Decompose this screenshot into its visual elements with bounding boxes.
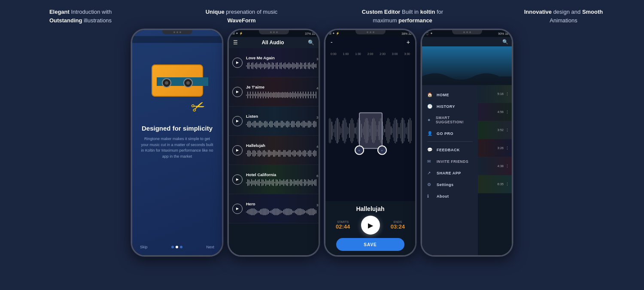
track-2-waveform [246, 91, 316, 99]
dot-page-2 [176, 246, 178, 248]
menu-label-settings: Settings [437, 183, 454, 187]
end-time-box: ENDS 03:24 [391, 220, 405, 230]
settings-icon: ⚙ [427, 182, 433, 187]
start-time-value: 02:44 [336, 223, 350, 230]
track-item-5[interactable]: ▶ Hotel California 6:35 ⋮ [229, 165, 319, 194]
track-item-4[interactable]: ▶ Hallelujah 4:17 ⋮ [229, 136, 319, 165]
track-4-duration: 4:17 [316, 145, 319, 149]
phone-1: ✂ Designed for simplicity Ringtone maker… [131, 29, 223, 256]
drawer-track-5-duration: 4:38 [497, 164, 504, 168]
track-3-name: Listen [246, 114, 316, 119]
drawer-wave-svg [422, 68, 512, 85]
menu-item-smart-suggestion[interactable]: ✦ SMART SUGGESTION! [422, 113, 478, 127]
track-1-play-button[interactable]: ▶ [232, 58, 243, 68]
menu-item-feedback[interactable]: 💬 FEEDBACK [422, 144, 478, 155]
dot-3 [276, 31, 278, 33]
drawer-track-6[interactable]: 6:35 ⋮ [478, 175, 512, 193]
drawer-track-4-more[interactable]: ⋮ [505, 146, 509, 150]
dot-3 [373, 31, 374, 33]
menu-label-share: SHARE APP [437, 171, 461, 175]
track-item-3[interactable]: ▶ Listen 3:40 ⋮ [229, 107, 319, 136]
track-2-play-button[interactable]: ▶ [232, 87, 243, 97]
track-6-duration: 3:10 [316, 203, 319, 207]
dot-1 [270, 31, 272, 33]
caption-3: Custom Editor Built in koltin formaximum… [322, 8, 483, 24]
menu-item-home[interactable]: 🏠 HOME [422, 89, 478, 100]
timeline-mark-2: 1:00 [343, 52, 349, 55]
timeline-mark-6: 3:00 [392, 52, 398, 55]
scissors-icon: ✂ [188, 95, 208, 118]
about-icon: ℹ [427, 194, 433, 198]
editor-timeline: 0:30 1:00 1:30 2:00 2:30 3:00 3:30 [325, 47, 415, 60]
skip-button[interactable]: Skip [140, 245, 148, 249]
search-icon[interactable]: 🔍 [308, 40, 314, 46]
caption-4-bold-1: Innovative [524, 9, 552, 15]
track-5-info: Hotel California [246, 172, 316, 186]
drawer-track-2[interactable]: 4:56 ⋮ [478, 103, 512, 121]
dot-3 [179, 31, 181, 33]
start-time-box: STARTS 02:44 [336, 220, 350, 230]
menu-item-settings[interactable]: ⚙ Settings [422, 179, 478, 190]
zoom-out-button[interactable]: - [331, 39, 333, 46]
track-item-6[interactable]: ▶ Hero 3:10 ⋮ [229, 194, 319, 223]
menu-item-go-pro[interactable]: 👤 GO PRO [422, 128, 478, 139]
drawer-track-1-more[interactable]: ⋮ [505, 92, 509, 96]
editor-song-title: Hallelujah [356, 205, 384, 212]
drawer-track-1[interactable]: 5:16 ⋮ [478, 85, 512, 103]
dot-2 [273, 31, 275, 33]
selection-handle-right[interactable]: › [377, 146, 387, 155]
track-3-waveform [246, 120, 316, 128]
menu-label-about: About [437, 194, 449, 198]
track-item-2[interactable]: ▶ Je T'aime 4:22 ⋮ [229, 77, 319, 107]
caption-2-bold-1: Unique [206, 9, 225, 15]
drawer-track-2-more[interactable]: ⋮ [505, 110, 509, 114]
track-5-duration: 6:35 [316, 174, 319, 178]
phone-2-speaker-dots [270, 31, 278, 33]
cassette-illustration: ✂ [147, 56, 207, 116]
ends-label: ENDS [394, 220, 402, 223]
drawer-track-6-more[interactable]: ⋮ [505, 182, 509, 186]
phone-1-description: Ringtone maker makes it simple to get yo… [132, 136, 222, 159]
dot-page-3 [180, 246, 182, 248]
menu-item-history[interactable]: 🕐 HISTORY [422, 101, 478, 112]
menu-item-invite[interactable]: ✉ INVITE FRIENDS [422, 156, 478, 167]
track-2-duration: 4:22 [316, 86, 319, 90]
drawer-track-4-duration: 3:26 [497, 146, 504, 150]
caption-3-bold-3: performance [398, 17, 432, 24]
drawer-track-5-more[interactable]: ⋮ [505, 164, 509, 168]
hamburger-icon[interactable]: ☰ [233, 40, 238, 46]
menu-label-home: HOME [437, 93, 449, 97]
dot-1 [367, 31, 368, 33]
menu-item-share[interactable]: ↗ SHARE APP [422, 168, 478, 178]
selection-box[interactable]: ‹ › [359, 113, 383, 149]
caption-2-bold-2: WaveForm [228, 17, 256, 24]
drawer-track-4[interactable]: 3:26 ⋮ [478, 139, 512, 157]
track-6-waveform [246, 208, 316, 216]
dot-2 [176, 31, 178, 33]
next-button[interactable]: Next [206, 245, 214, 249]
track-3-play-button[interactable]: ▶ [232, 116, 243, 126]
dot-2 [466, 31, 468, 33]
selection-handle-left[interactable]: ‹ [355, 146, 364, 155]
captions-row: Elegant Introduction with Outstanding il… [0, 0, 644, 29]
drawer-track-3-more[interactable]: ⋮ [505, 128, 509, 132]
phone-3-speaker-dots [367, 31, 374, 33]
drawer-track-5[interactable]: 4:38 ⋮ [478, 157, 512, 175]
zoom-in-button[interactable]: + [407, 39, 410, 46]
editor-play-button[interactable]: ▶ [361, 216, 380, 235]
menu-item-about[interactable]: ℹ About [422, 191, 478, 201]
dot-3 [469, 31, 471, 33]
drawer-track-3[interactable]: 3:52 ⋮ [478, 121, 512, 139]
track-4-play-button[interactable]: ▶ [232, 145, 243, 156]
track-6-meta: 3:10 ⋮ [316, 203, 319, 214]
caption-1: Elegant Introduction with Outstanding il… [0, 8, 161, 24]
track-item-1[interactable]: ▶ Love Me Again 3:35 ⋮ [229, 48, 319, 77]
track-6-play-button[interactable]: ▶ [232, 204, 243, 214]
dot-2 [370, 31, 371, 33]
track-5-play-button[interactable]: ▶ [232, 174, 243, 185]
caption-1-bold-1: Elegant [49, 9, 70, 15]
drawer-header-bg [422, 46, 512, 85]
timeline-mark-5: 2:30 [380, 52, 386, 55]
phone-4-search-icon[interactable]: 🔍 [502, 39, 508, 45]
save-button[interactable]: SAVE [336, 238, 404, 251]
